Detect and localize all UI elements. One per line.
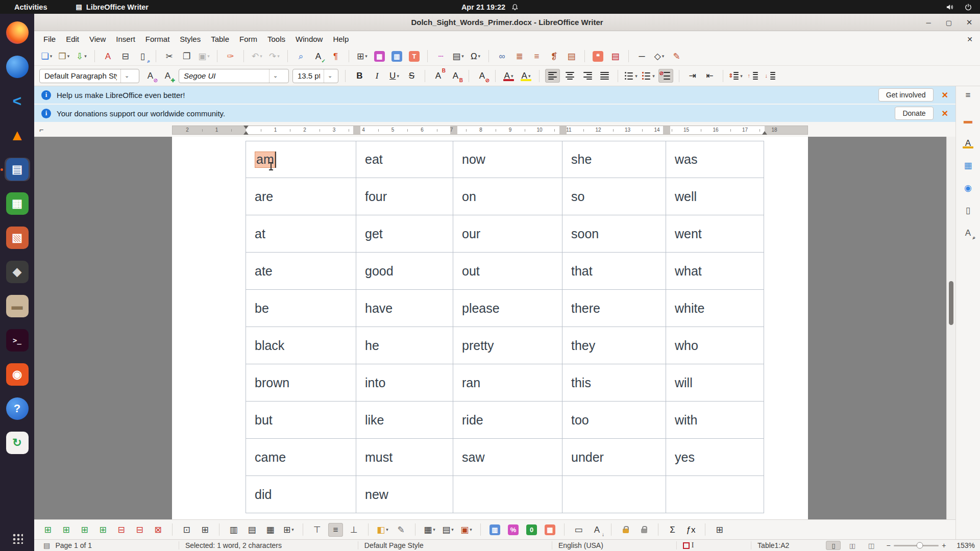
table-cell[interactable]: yes (666, 439, 764, 476)
gallery-deck-icon[interactable]: ▦ (961, 159, 975, 172)
menu-item-window[interactable]: Window (290, 33, 328, 45)
tab-stop-type-selector[interactable]: ⌐ (39, 126, 43, 134)
align-center-icon[interactable] (562, 69, 577, 83)
terminal-icon[interactable]: >_ (5, 329, 30, 352)
increase-paragraph-spacing-icon[interactable]: ↑ (746, 69, 761, 83)
delete-table-icon[interactable]: ⊠ (151, 523, 165, 537)
highlight-color-icon[interactable]: A▾ (519, 69, 533, 83)
print-icon[interactable]: ⊟ (118, 49, 133, 63)
superscript-icon[interactable]: AB (431, 69, 446, 83)
zoom-level[interactable]: 153% (949, 541, 975, 549)
left-indent-marker[interactable] (243, 131, 249, 135)
table-cell[interactable]: too (562, 402, 666, 439)
table-cell[interactable]: must (356, 439, 453, 476)
table-cell[interactable]: they (562, 327, 666, 364)
table-cell[interactable]: under (562, 439, 666, 476)
menu-item-view[interactable]: View (84, 33, 111, 45)
track-changes-icon[interactable]: ▤ (608, 49, 623, 63)
libreoffice-impress-icon[interactable]: ▧ (5, 226, 30, 249)
minimize-icon[interactable]: ─ (924, 19, 933, 27)
vertical-scrollbar[interactable] (946, 137, 955, 519)
table-cell[interactable]: out (453, 253, 562, 290)
merge-cells-icon[interactable]: ▥ (226, 523, 241, 537)
column-separator-marker[interactable] (353, 126, 360, 134)
table-cell[interactable]: saw (453, 439, 562, 476)
app-grid-button[interactable] (12, 533, 23, 544)
border-color-icon[interactable]: ▣▾ (459, 523, 474, 537)
insert-caption-icon[interactable]: ▭ (571, 523, 586, 537)
menu-item-styles[interactable]: Styles (175, 33, 206, 45)
split-cells-icon[interactable]: ▤ (244, 523, 259, 537)
chevron-down-icon[interactable]: ⌄ (269, 69, 281, 83)
firefox-icon[interactable] (5, 21, 30, 44)
align-right-icon[interactable] (580, 69, 595, 83)
table-cell[interactable]: brown (246, 364, 356, 402)
copy-icon[interactable]: ❐ (179, 49, 194, 63)
basic-shapes-icon[interactable]: ◇▾ (652, 49, 667, 63)
table-cell[interactable]: please (453, 290, 562, 327)
table-cell[interactable]: ran (453, 364, 562, 402)
menu-item-file[interactable]: File (38, 33, 61, 45)
table-cell[interactable]: new (356, 476, 453, 513)
table-cell[interactable]: she (562, 141, 666, 178)
number-format-decimal-icon[interactable]: 0 (524, 523, 539, 537)
export-pdf-icon[interactable]: A (101, 49, 115, 63)
insert-field-icon[interactable]: ▤▾ (451, 49, 465, 63)
libreoffice-writer-icon[interactable]: ▤ (5, 158, 30, 181)
new-document-icon[interactable]: ❏▾ (39, 49, 54, 63)
insert-textbox-icon[interactable]: T (407, 49, 422, 63)
redo-icon[interactable]: ↷▾ (267, 49, 282, 63)
column-separator-marker[interactable] (559, 126, 567, 134)
insert-column-before-icon[interactable]: ⊞ (77, 523, 92, 537)
insert-page-break-icon[interactable]: ┄ (433, 49, 448, 63)
zoom-slider-thumb[interactable] (917, 542, 923, 549)
table-cell[interactable]: what (666, 253, 764, 290)
menu-item-form[interactable]: Form (234, 33, 262, 45)
zoom-slider-track[interactable] (894, 545, 939, 546)
archive-manager-icon[interactable]: ▬ (5, 294, 30, 318)
open-icon[interactable]: ❒▾ (57, 49, 71, 63)
table-cell[interactable]: are (246, 178, 356, 215)
help-viewer-icon[interactable]: ? (5, 397, 30, 420)
table-cell[interactable]: well (666, 178, 764, 215)
title-bar[interactable]: Dolch_Sight_Words_Primer.docx - LibreOff… (34, 14, 980, 31)
insert-comment-icon[interactable]: ❝ (591, 49, 605, 63)
chevron-down-icon[interactable]: ⌄ (324, 69, 336, 83)
infobar-close-icon[interactable]: ✕ (942, 109, 948, 118)
menu-item-help[interactable]: Help (328, 33, 354, 45)
infobar-close-icon[interactable]: ✕ (942, 90, 948, 100)
book-view-icon[interactable]: ◫ (864, 541, 878, 550)
save-icon[interactable]: ⇩▾ (74, 49, 89, 63)
insert-row-below-icon[interactable]: ⊞ (59, 523, 74, 537)
new-style-icon[interactable]: A✚ (160, 69, 175, 83)
column-separator-marker[interactable] (663, 126, 670, 134)
borders-icon[interactable]: ▦▾ (422, 523, 437, 537)
insert-row-above-icon[interactable]: ⊞ (40, 523, 55, 537)
border-style-icon[interactable]: ▤▾ (440, 523, 455, 537)
table-cell[interactable]: good (356, 253, 453, 290)
insert-cross-reference-icon[interactable]: ▤ (564, 49, 579, 63)
table-cell[interactable]: be (246, 290, 356, 327)
protect-cells-icon[interactable] (618, 523, 633, 537)
insert-chart-icon[interactable]: ▥ (389, 49, 404, 63)
insert-bookmark-icon[interactable]: ❡ (547, 49, 561, 63)
table-cell[interactable]: now (453, 141, 562, 178)
close-icon[interactable]: ✕ (965, 18, 974, 27)
table-cell[interactable]: will (666, 364, 764, 402)
menu-item-format[interactable]: Format (140, 33, 175, 45)
table-cell[interactable]: am (246, 141, 356, 178)
align-bottom-icon[interactable]: ⊥ (347, 523, 361, 537)
table-cell[interactable]: our (453, 215, 562, 253)
table-cell-reference[interactable]: Table1:A2 (751, 541, 825, 549)
multiple-page-view-icon[interactable]: ▯▯ (845, 541, 860, 550)
table-cell[interactable] (666, 476, 764, 513)
table-cell[interactable]: went (666, 215, 764, 253)
italic-icon[interactable]: I (370, 69, 384, 83)
font-name-combobox[interactable]: Segoe UI ⌄ (179, 69, 289, 83)
find-replace-icon[interactable]: ⌕ (293, 49, 308, 63)
optimize-size-icon[interactable]: ⊞▾ (281, 523, 296, 537)
get-involved-button[interactable]: Get involved (878, 88, 934, 102)
zoom-in-icon[interactable]: + (942, 541, 946, 549)
text-language[interactable]: English (USA) (552, 541, 676, 549)
print-preview-icon[interactable]: ▯⌕ (135, 49, 150, 63)
